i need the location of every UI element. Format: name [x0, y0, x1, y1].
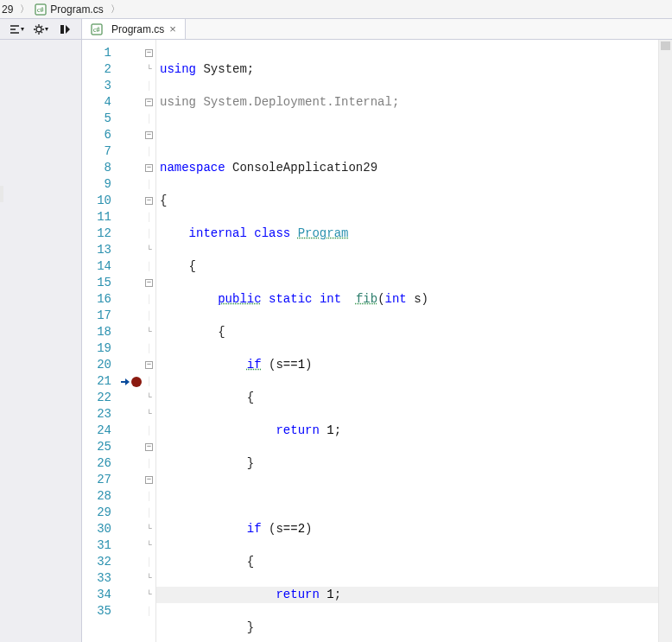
marker-gutter[interactable]: [118, 40, 143, 642]
csharp-file-icon: c#: [91, 23, 103, 35]
line-number: 15: [82, 275, 111, 291]
line-number: 14: [82, 258, 111, 275]
fold-slot[interactable]: │: [146, 258, 151, 275]
csharp-file-icon: c#: [35, 3, 47, 16]
line-number: 33: [82, 570, 111, 587]
fold-slot[interactable]: −: [145, 94, 153, 111]
chevron-right-icon: 〉: [111, 3, 120, 16]
fold-slot[interactable]: −: [145, 193, 153, 209]
fold-minus-icon[interactable]: −: [145, 279, 153, 287]
tab-label: Program.cs: [111, 23, 164, 35]
line-number: 24: [82, 423, 111, 439]
line-number: 8: [82, 160, 111, 176]
fold-minus-icon[interactable]: −: [145, 99, 153, 106]
line-number: 35: [82, 603, 111, 620]
line-number: 27: [82, 472, 111, 488]
editor-area: 1234567891011121314151617181920212223242…: [0, 40, 672, 642]
fold-slot[interactable]: │: [146, 143, 151, 160]
fold-slot[interactable]: │: [146, 373, 151, 390]
fold-minus-icon[interactable]: −: [145, 197, 153, 205]
fold-slot[interactable]: −: [145, 45, 153, 61]
fold-slot[interactable]: −: [145, 357, 153, 373]
close-icon[interactable]: ×: [169, 22, 176, 35]
fold-slot[interactable]: └: [146, 537, 151, 554]
fold-slot[interactable]: └: [146, 521, 151, 537]
fold-slot[interactable]: −: [145, 275, 153, 291]
fold-end-icon: └: [146, 61, 151, 78]
line-number: 26: [82, 455, 111, 472]
svg-text:c#: c#: [93, 26, 100, 34]
fold-end-icon: └: [146, 587, 151, 603]
fold-slot[interactable]: └: [146, 61, 151, 78]
vertical-scrollbar[interactable]: [658, 40, 672, 642]
fold-slot[interactable]: └: [146, 570, 151, 587]
fold-slot[interactable]: −: [145, 127, 153, 143]
breadcrumb-project[interactable]: 29: [0, 0, 16, 18]
line-number: 32: [82, 554, 111, 570]
gear-button[interactable]: ▾: [31, 20, 50, 39]
code-area[interactable]: using System; using System.Deployment.In…: [156, 40, 658, 642]
fold-slot[interactable]: │: [146, 176, 151, 193]
fold-minus-icon[interactable]: −: [145, 164, 153, 172]
breadcrumb-project-label: 29: [2, 3, 13, 16]
line-number: 16: [82, 291, 111, 308]
fold-slot[interactable]: │: [146, 488, 151, 505]
fold-slot[interactable]: └: [146, 324, 151, 340]
fold-slot[interactable]: │: [146, 291, 151, 308]
tab-program-cs[interactable]: c# Program.cs ×: [82, 19, 186, 39]
fold-slot[interactable]: │: [146, 340, 151, 357]
fold-slot[interactable]: −: [145, 160, 153, 176]
line-number: 21: [82, 373, 111, 390]
code-editor[interactable]: 1234567891011121314151617181920212223242…: [82, 40, 672, 642]
fold-slot[interactable]: │: [146, 554, 151, 570]
fold-end-icon: └: [146, 390, 151, 406]
fold-slot[interactable]: │: [146, 78, 151, 94]
line-number: 17: [82, 308, 111, 324]
fold-slot[interactable]: │: [146, 209, 151, 226]
line-number: 10: [82, 193, 111, 209]
fold-slot[interactable]: │: [146, 226, 151, 242]
line-number-gutter: 1234567891011121314151617181920212223242…: [82, 40, 118, 642]
fold-minus-icon[interactable]: −: [145, 443, 153, 451]
breadcrumb-file-label: Program.cs: [50, 3, 103, 16]
line-number: 13: [82, 242, 111, 258]
fold-minus-icon[interactable]: −: [145, 476, 153, 484]
fold-end-icon: └: [146, 324, 151, 340]
line-number: 7: [82, 143, 111, 160]
marker-slot[interactable]: [120, 373, 142, 390]
breakpoint-icon[interactable]: [131, 377, 142, 387]
fold-slot[interactable]: └: [146, 242, 151, 258]
fold-end-icon: └: [146, 521, 151, 537]
line-number: 20: [82, 357, 111, 373]
fold-minus-icon[interactable]: −: [145, 49, 153, 57]
selection-mark: [0, 186, 3, 202]
line-number: 5: [82, 111, 111, 127]
fold-slot[interactable]: │: [146, 505, 151, 521]
breadcrumb-file[interactable]: c# Program.cs: [33, 0, 106, 18]
fold-slot[interactable]: │: [146, 111, 151, 127]
line-number: 28: [82, 488, 111, 505]
line-number: 6: [82, 127, 111, 143]
align-left-button[interactable]: ▾: [7, 20, 26, 39]
line-number: 18: [82, 324, 111, 340]
chevron-right-icon: 〉: [20, 3, 29, 16]
fold-slot[interactable]: −: [145, 439, 153, 455]
fold-end-icon: └: [146, 570, 151, 587]
fold-gutter[interactable]: −└│−│−│−│−││└│−││└│−│└└│−│−││└└│└└│: [143, 40, 156, 642]
fold-minus-icon[interactable]: −: [145, 361, 153, 369]
fold-slot[interactable]: −: [145, 472, 153, 488]
line-number: 31: [82, 537, 111, 554]
line-number: 30: [82, 521, 111, 537]
fold-slot[interactable]: └: [146, 390, 151, 406]
fold-slot[interactable]: │: [146, 308, 151, 324]
fold-slot[interactable]: │: [146, 455, 151, 472]
fold-slot[interactable]: │: [146, 423, 151, 439]
fold-end-icon: └: [146, 242, 151, 258]
fold-slot[interactable]: └: [146, 406, 151, 423]
line-number: 34: [82, 587, 111, 603]
fold-slot[interactable]: │: [146, 603, 151, 620]
step-button[interactable]: [55, 20, 74, 39]
fold-minus-icon[interactable]: −: [145, 131, 153, 139]
line-number: 3: [82, 78, 111, 94]
fold-slot[interactable]: └: [146, 587, 151, 603]
